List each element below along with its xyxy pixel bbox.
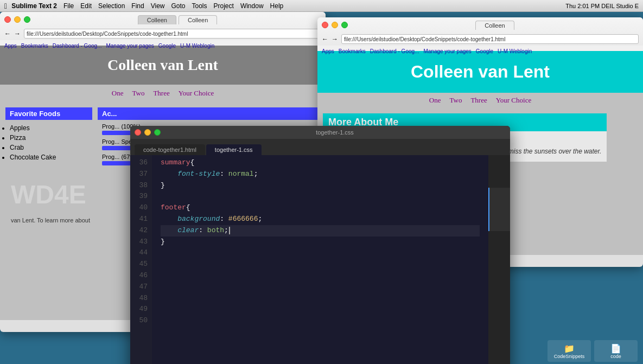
menubar-file[interactable]: File [63, 2, 74, 10]
apple-menu[interactable]:  [4, 2, 7, 10]
food-item-4: Chocolate Cake [10, 154, 88, 161]
sublime-close-button[interactable] [135, 129, 141, 136]
bookmark-dashboard-left[interactable]: Dashboard - Goog... [53, 43, 102, 49]
code-line-44 [161, 247, 480, 259]
bookmark-google-left[interactable]: Google [158, 43, 176, 49]
sublime-titlebar: together-1.css [130, 126, 510, 139]
menubar:  Sublime Text 2 File Edit Selection Fin… [0, 0, 643, 12]
minimap[interactable] [488, 155, 510, 364]
maximize-button-right[interactable] [341, 22, 348, 28]
code-line-46 [161, 270, 480, 282]
nav-three-right[interactable]: Three [470, 96, 487, 105]
taskbar-code[interactable]: 📄 code [594, 340, 638, 362]
food-item-1: Apples [10, 124, 88, 132]
sublime-tab-css[interactable]: together-1.css [206, 144, 262, 155]
bookmark-google-right[interactable]: Google [476, 48, 493, 54]
page-title-left: Colleen van Lent [11, 56, 315, 74]
bookmark-apps-left[interactable]: Apps [4, 43, 17, 49]
close-button-right[interactable] [322, 22, 328, 28]
taskbar-code-label: code [610, 354, 621, 359]
foods-header: Favorite Foods [5, 107, 92, 120]
nav-choice-left[interactable]: Your Choice [179, 89, 214, 98]
desktop: Colleen Colleen ← → file:///Users/deilst… [0, 12, 643, 364]
nav-three-left[interactable]: Three [153, 89, 169, 98]
browser-chrome-left: Colleen Colleen ← → file:///Users/deilst… [0, 12, 326, 46]
address-input-right[interactable]: file:///Users/deilstudioe/Desktop/CodeSn… [341, 34, 639, 44]
food-item-2: Pizza [10, 134, 88, 142]
browser-tab-left-2[interactable]: Colleen [179, 15, 217, 24]
code-line-49 [161, 304, 480, 315]
browser-addressbar-right: ← → file:///Users/deilstudioe/Desktop/Co… [317, 33, 643, 46]
nav-two-right[interactable]: Two [449, 96, 462, 105]
bookmark-bookmarks-right[interactable]: Bookmarks [339, 48, 366, 54]
sublime-minimize-button[interactable] [144, 129, 151, 136]
bookmark-apps-right[interactable]: Apps [322, 48, 334, 54]
menubar-clock: Thu 2:01 PM DEIL Studio E [565, 3, 639, 9]
code-line-36: summary{ [161, 157, 480, 169]
menubar-project[interactable]: Project [214, 2, 234, 10]
sublime-tabs: code-together1.html together-1.css [130, 139, 510, 155]
code-line-37: font-style: normal; [161, 169, 480, 180]
bookmark-manage-right[interactable]: Manage your pages [423, 48, 471, 54]
taskbar-code-icon: 📄 [610, 343, 621, 354]
browser-chrome-right: Colleen ← → file:///Users/deilstudioe/De… [317, 17, 643, 51]
page-title-right: Colleen van Lent [328, 62, 632, 82]
line-numbers: 36 37 38 39 40 41 42 43 44 45 46 47 48 4… [130, 155, 152, 364]
browser-tab-left-1[interactable]: Colleen [138, 15, 176, 24]
code-line-50 [161, 315, 480, 327]
minimize-button-left[interactable] [14, 16, 21, 23]
bookmark-weblogin-right[interactable]: U-M Weblogin [498, 48, 532, 54]
menubar-view[interactable]: View [151, 2, 165, 10]
browser-titlebar-right: Colleen [317, 17, 643, 33]
browser-titlebar-left: Colleen Colleen [0, 12, 326, 27]
code-line-40: footer{ [161, 202, 480, 214]
foods-section: Favorite Foods Apples Pizza Crab Chocola… [5, 107, 92, 169]
bookmark-weblogin-left[interactable]: U-M Weblogin [180, 43, 214, 49]
foods-list: Apples Pizza Crab Chocolate Cake [5, 120, 92, 168]
bookmark-dashboard-right[interactable]: Dashboard - Goog... [370, 48, 419, 54]
back-icon-right[interactable]: ← [322, 35, 328, 43]
menubar-window[interactable]: Window [240, 2, 264, 10]
forward-icon[interactable]: → [14, 30, 21, 37]
address-input-left[interactable]: file:///Users/deilstudioe/Desktop/CodeSn… [24, 29, 321, 39]
taskbar-codesnippets[interactable]: 📁 CodeSnippets [547, 340, 591, 362]
sublime-body: 36 37 38 39 40 41 42 43 44 45 46 47 48 4… [130, 155, 510, 364]
bookmark-bookmarks-left[interactable]: Bookmarks [21, 43, 48, 49]
taskbar-codesnippets-label: CodeSnippets [554, 354, 585, 359]
code-line-45 [161, 259, 480, 270]
code-line-41: background: #666666; [161, 214, 480, 225]
menubar-help[interactable]: Help [270, 2, 284, 10]
menubar-right: Thu 2:01 PM DEIL Studio E [565, 3, 639, 9]
sublime-window-title: together-1.css [164, 129, 506, 136]
browser-tab-right-1[interactable]: Colleen [475, 21, 514, 30]
nav-one-right[interactable]: One [429, 96, 441, 105]
menubar-tools[interactable]: Tools [192, 2, 207, 10]
menubar-find[interactable]: Find [131, 2, 144, 10]
menubar-goto[interactable]: Goto [171, 2, 185, 10]
menubar-app-name[interactable]: Sublime Text 2 [11, 2, 57, 10]
nav-choice-right[interactable]: Your Choice [496, 96, 532, 105]
code-line-43: } [161, 237, 480, 248]
nav-two-left[interactable]: Two [132, 89, 144, 98]
code-line-38: } [161, 180, 480, 191]
back-icon[interactable]: ← [4, 30, 11, 37]
code-line-42: clear: both; [161, 225, 480, 237]
sublime-tab-html[interactable]: code-together1.html [135, 144, 205, 155]
browser-addressbar-left: ← → file:///Users/deilstudioe/Desktop/Co… [0, 27, 326, 40]
code-line-48 [161, 293, 480, 304]
code-editor[interactable]: summary{ font-style: normal; } footer{ b… [152, 155, 488, 364]
page-header-right: Colleen van Lent [317, 51, 643, 93]
menubar-selection[interactable]: Selection [98, 2, 125, 10]
page-header-left: Colleen van Lent [0, 46, 326, 85]
maximize-button-left[interactable] [24, 16, 30, 23]
minimize-button-right[interactable] [332, 22, 338, 28]
code-line-47 [161, 282, 480, 293]
sublime-maximize-button[interactable] [154, 129, 161, 136]
close-button-left[interactable] [4, 16, 11, 23]
code-line-39 [161, 191, 480, 202]
bookmark-manage-left[interactable]: Manage your pages [106, 43, 154, 49]
menubar-edit[interactable]: Edit [80, 2, 92, 10]
food-item-3: Crab [10, 144, 88, 151]
nav-one-left[interactable]: One [112, 89, 124, 98]
forward-icon-right[interactable]: → [332, 35, 338, 43]
